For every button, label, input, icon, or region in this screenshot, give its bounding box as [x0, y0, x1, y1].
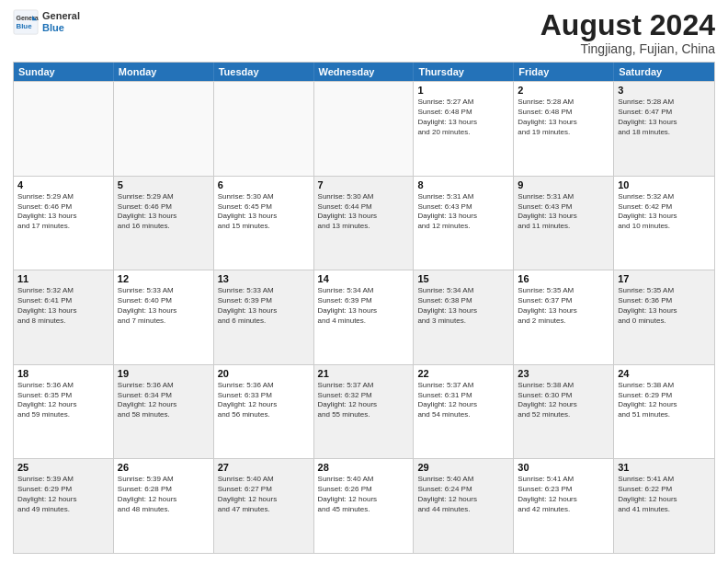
- cell-text: Sunrise: 5:31 AM Sunset: 6:43 PM Dayligh…: [417, 192, 509, 232]
- calendar-week-1: 1Sunrise: 5:27 AM Sunset: 6:48 PM Daylig…: [14, 81, 714, 176]
- logo-icon: General Blue: [13, 9, 39, 35]
- day-number: 12: [118, 273, 210, 284]
- cell-text: Sunrise: 5:29 AM Sunset: 6:46 PM Dayligh…: [118, 192, 210, 232]
- calendar-cell: 23Sunrise: 5:38 AM Sunset: 6:30 PM Dayli…: [514, 365, 614, 459]
- calendar-cell: 5Sunrise: 5:29 AM Sunset: 6:46 PM Daylig…: [114, 177, 214, 270]
- calendar-cell: 18Sunrise: 5:36 AM Sunset: 6:35 PM Dayli…: [14, 365, 114, 459]
- cell-text: Sunrise: 5:28 AM Sunset: 6:48 PM Dayligh…: [518, 98, 609, 137]
- cell-text: Sunrise: 5:34 AM Sunset: 6:39 PM Dayligh…: [318, 286, 410, 326]
- calendar-week-4: 18Sunrise: 5:36 AM Sunset: 6:35 PM Dayli…: [14, 364, 714, 459]
- day-number: 19: [118, 368, 210, 379]
- day-number: 15: [417, 273, 509, 284]
- calendar-cell: 9Sunrise: 5:31 AM Sunset: 6:43 PM Daylig…: [514, 177, 614, 270]
- calendar-cell: 11Sunrise: 5:32 AM Sunset: 6:41 PM Dayli…: [14, 270, 114, 364]
- cell-text: Sunrise: 5:36 AM Sunset: 6:34 PM Dayligh…: [118, 381, 210, 420]
- calendar-cell: [114, 82, 214, 176]
- day-number: 13: [218, 273, 310, 284]
- cell-text: Sunrise: 5:28 AM Sunset: 6:47 PM Dayligh…: [618, 98, 711, 137]
- calendar-cell: 30Sunrise: 5:41 AM Sunset: 6:23 PM Dayli…: [514, 459, 614, 553]
- cell-text: Sunrise: 5:36 AM Sunset: 6:35 PM Dayligh…: [17, 381, 109, 420]
- calendar-cell: 2Sunrise: 5:28 AM Sunset: 6:48 PM Daylig…: [514, 82, 614, 176]
- calendar-cell: 12Sunrise: 5:33 AM Sunset: 6:40 PM Dayli…: [114, 270, 214, 364]
- main-title: August 2024: [540, 9, 715, 41]
- cell-text: Sunrise: 5:33 AM Sunset: 6:40 PM Dayligh…: [118, 286, 210, 326]
- cell-text: Sunrise: 5:40 AM Sunset: 6:26 PM Dayligh…: [318, 475, 410, 514]
- day-number: 29: [417, 462, 509, 473]
- cell-text: Sunrise: 5:38 AM Sunset: 6:29 PM Dayligh…: [618, 381, 711, 420]
- calendar-header-sunday: Sunday: [14, 63, 114, 81]
- cell-text: Sunrise: 5:27 AM Sunset: 6:48 PM Dayligh…: [417, 98, 509, 137]
- calendar-cell: 21Sunrise: 5:37 AM Sunset: 6:32 PM Dayli…: [314, 365, 415, 459]
- day-number: 8: [417, 179, 509, 190]
- cell-text: Sunrise: 5:40 AM Sunset: 6:27 PM Dayligh…: [218, 475, 310, 514]
- day-number: 25: [17, 462, 109, 473]
- subtitle: Tingjiang, Fujian, China: [540, 41, 715, 56]
- day-number: 23: [518, 368, 609, 379]
- day-number: 2: [518, 85, 609, 96]
- cell-text: Sunrise: 5:33 AM Sunset: 6:39 PM Dayligh…: [218, 286, 310, 326]
- day-number: 11: [17, 273, 109, 284]
- calendar-header-tuesday: Tuesday: [214, 63, 314, 81]
- day-number: 18: [17, 368, 109, 379]
- day-number: 31: [618, 462, 711, 473]
- calendar-cell: [14, 82, 114, 176]
- cell-text: Sunrise: 5:29 AM Sunset: 6:46 PM Dayligh…: [17, 192, 109, 232]
- calendar-cell: 4Sunrise: 5:29 AM Sunset: 6:46 PM Daylig…: [14, 177, 114, 270]
- calendar-cell: 17Sunrise: 5:35 AM Sunset: 6:36 PM Dayli…: [614, 270, 714, 364]
- cell-text: Sunrise: 5:39 AM Sunset: 6:29 PM Dayligh…: [17, 475, 109, 514]
- calendar-cell: 16Sunrise: 5:35 AM Sunset: 6:37 PM Dayli…: [514, 270, 614, 364]
- calendar-body: 1Sunrise: 5:27 AM Sunset: 6:48 PM Daylig…: [14, 81, 714, 553]
- calendar-cell: 14Sunrise: 5:34 AM Sunset: 6:39 PM Dayli…: [314, 270, 415, 364]
- calendar-cell: 19Sunrise: 5:36 AM Sunset: 6:34 PM Dayli…: [114, 365, 214, 459]
- calendar-week-5: 25Sunrise: 5:39 AM Sunset: 6:29 PM Dayli…: [14, 458, 714, 553]
- cell-text: Sunrise: 5:40 AM Sunset: 6:24 PM Dayligh…: [417, 475, 509, 514]
- logo-text-line2: Blue: [42, 22, 80, 34]
- day-number: 16: [518, 273, 609, 284]
- day-number: 4: [17, 179, 109, 190]
- cell-text: Sunrise: 5:36 AM Sunset: 6:33 PM Dayligh…: [218, 381, 310, 420]
- day-number: 21: [318, 368, 410, 379]
- cell-text: Sunrise: 5:31 AM Sunset: 6:43 PM Dayligh…: [518, 192, 609, 232]
- cell-text: Sunrise: 5:32 AM Sunset: 6:42 PM Dayligh…: [618, 192, 711, 232]
- day-number: 1: [417, 85, 509, 96]
- day-number: 3: [618, 85, 711, 96]
- cell-text: Sunrise: 5:41 AM Sunset: 6:22 PM Dayligh…: [618, 475, 711, 514]
- calendar-header-monday: Monday: [114, 63, 214, 81]
- calendar: SundayMondayTuesdayWednesdayThursdayFrid…: [13, 62, 715, 554]
- calendar-cell: 8Sunrise: 5:31 AM Sunset: 6:43 PM Daylig…: [414, 177, 514, 270]
- day-number: 22: [417, 368, 509, 379]
- day-number: 26: [118, 462, 210, 473]
- calendar-cell: 26Sunrise: 5:39 AM Sunset: 6:28 PM Dayli…: [114, 459, 214, 553]
- cell-text: Sunrise: 5:32 AM Sunset: 6:41 PM Dayligh…: [17, 286, 109, 326]
- day-number: 17: [618, 273, 711, 284]
- page: General Blue General Blue August 2024 Ti…: [0, 0, 728, 563]
- day-number: 6: [218, 179, 310, 190]
- calendar-header-thursday: Thursday: [414, 63, 514, 81]
- calendar-cell: 25Sunrise: 5:39 AM Sunset: 6:29 PM Dayli…: [14, 459, 114, 553]
- calendar-cell: 20Sunrise: 5:36 AM Sunset: 6:33 PM Dayli…: [214, 365, 314, 459]
- day-number: 14: [318, 273, 410, 284]
- calendar-cell: 13Sunrise: 5:33 AM Sunset: 6:39 PM Dayli…: [214, 270, 314, 364]
- cell-text: Sunrise: 5:38 AM Sunset: 6:30 PM Dayligh…: [518, 381, 609, 420]
- cell-text: Sunrise: 5:41 AM Sunset: 6:23 PM Dayligh…: [518, 475, 609, 514]
- calendar-week-2: 4Sunrise: 5:29 AM Sunset: 6:46 PM Daylig…: [14, 176, 714, 270]
- day-number: 20: [218, 368, 310, 379]
- calendar-cell: 15Sunrise: 5:34 AM Sunset: 6:38 PM Dayli…: [414, 270, 514, 364]
- cell-text: Sunrise: 5:35 AM Sunset: 6:37 PM Dayligh…: [518, 286, 609, 326]
- svg-text:Blue: Blue: [17, 22, 33, 30]
- day-number: 10: [618, 179, 711, 190]
- cell-text: Sunrise: 5:39 AM Sunset: 6:28 PM Dayligh…: [118, 475, 210, 514]
- calendar-header-friday: Friday: [514, 63, 614, 81]
- cell-text: Sunrise: 5:37 AM Sunset: 6:31 PM Dayligh…: [417, 381, 509, 420]
- cell-text: Sunrise: 5:30 AM Sunset: 6:45 PM Dayligh…: [218, 192, 310, 232]
- calendar-cell: 6Sunrise: 5:30 AM Sunset: 6:45 PM Daylig…: [214, 177, 314, 270]
- calendar-week-3: 11Sunrise: 5:32 AM Sunset: 6:41 PM Dayli…: [14, 270, 714, 364]
- calendar-cell: 1Sunrise: 5:27 AM Sunset: 6:48 PM Daylig…: [414, 82, 514, 176]
- calendar-cell: [314, 82, 415, 176]
- day-number: 7: [318, 179, 410, 190]
- calendar-header-saturday: Saturday: [614, 63, 714, 81]
- calendar-header-row: SundayMondayTuesdayWednesdayThursdayFrid…: [14, 63, 714, 81]
- calendar-cell: 28Sunrise: 5:40 AM Sunset: 6:26 PM Dayli…: [314, 459, 415, 553]
- logo-text-line1: General: [42, 10, 80, 22]
- cell-text: Sunrise: 5:35 AM Sunset: 6:36 PM Dayligh…: [618, 286, 711, 326]
